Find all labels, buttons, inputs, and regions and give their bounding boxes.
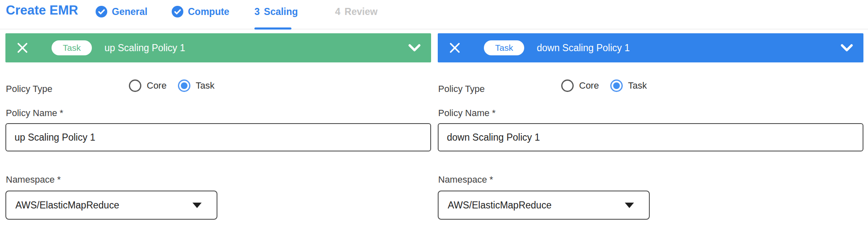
badge-label: Task (63, 43, 81, 53)
node-type-badge: Task (52, 40, 92, 55)
policy-name-value: down Scaling Policy 1 (447, 132, 540, 143)
namespace-value: AWS/ElasticMapReduce (448, 200, 552, 211)
active-step-underline (254, 27, 291, 30)
policy-name-label: Policy Name * (6, 108, 63, 119)
step-compute[interactable]: Compute (172, 5, 229, 18)
policy-type-radio-group: Core Task (129, 79, 215, 92)
policy-accordion-header[interactable]: Task down Scaling Policy 1 (438, 33, 863, 62)
policy-name-value: up Scaling Policy 1 (15, 132, 95, 143)
step-label: Compute (188, 6, 229, 17)
radio-circle-icon[interactable] (129, 79, 141, 92)
radio-label: Core (579, 80, 599, 91)
radio-task[interactable]: Task (610, 79, 647, 92)
check-icon (96, 6, 107, 17)
policy-name-label: Policy Name * (438, 108, 496, 119)
namespace-select[interactable]: AWS/ElasticMapReduce (438, 191, 650, 220)
scale-down-policy-panel: Task down Scaling Policy 1 Policy Type C… (438, 33, 863, 228)
radio-core[interactable]: Core (561, 79, 599, 92)
policy-type-label: Policy Type (6, 84, 52, 94)
radio-label: Task (196, 80, 215, 91)
step-review[interactable]: 4 Review (335, 5, 377, 18)
step-number: 3 (254, 6, 260, 17)
namespace-label: Namespace * (6, 174, 61, 185)
radio-core[interactable]: Core (129, 79, 167, 92)
namespace-label: Namespace * (438, 174, 493, 185)
policy-type-radio-group: Core Task (561, 79, 647, 92)
step-scaling[interactable]: 3 Scaling (254, 5, 298, 18)
step-number: 4 (335, 6, 340, 17)
scale-up-policy-panel: Task up Scaling Policy 1 Policy Type Cor… (5, 33, 431, 228)
step-general[interactable]: General (96, 5, 148, 18)
close-icon[interactable] (16, 42, 29, 54)
step-label: Review (345, 6, 377, 17)
radio-selected-icon[interactable] (610, 79, 623, 92)
policy-accordion-header[interactable]: Task up Scaling Policy 1 (5, 33, 431, 62)
chevron-down-icon[interactable] (408, 44, 421, 52)
check-icon (172, 6, 183, 17)
wizard-header: Create EMR General Compute 3 Scaling 4 R… (0, 0, 868, 30)
step-label: Scaling (264, 6, 298, 17)
dropdown-arrow-icon (192, 203, 202, 208)
policy-bar-title: up Scaling Policy 1 (104, 42, 185, 54)
radio-label: Task (628, 80, 647, 91)
radio-circle-icon[interactable] (561, 79, 574, 92)
radio-selected-icon[interactable] (178, 79, 190, 92)
namespace-value: AWS/ElasticMapReduce (15, 200, 119, 211)
close-icon[interactable] (449, 42, 461, 54)
policy-bar-title: down Scaling Policy 1 (537, 42, 630, 54)
policy-type-label: Policy Type (438, 84, 485, 94)
dropdown-arrow-icon (625, 203, 634, 208)
policy-name-input[interactable]: down Scaling Policy 1 (438, 123, 863, 151)
step-label: General (112, 6, 148, 17)
badge-label: Task (495, 43, 513, 53)
radio-label: Core (147, 80, 167, 91)
radio-task[interactable]: Task (178, 79, 215, 92)
policy-name-input[interactable]: up Scaling Policy 1 (5, 123, 431, 151)
node-type-badge: Task (484, 40, 524, 55)
chevron-down-icon[interactable] (840, 44, 853, 52)
namespace-select[interactable]: AWS/ElasticMapReduce (5, 191, 217, 220)
page-title: Create EMR (6, 3, 78, 18)
